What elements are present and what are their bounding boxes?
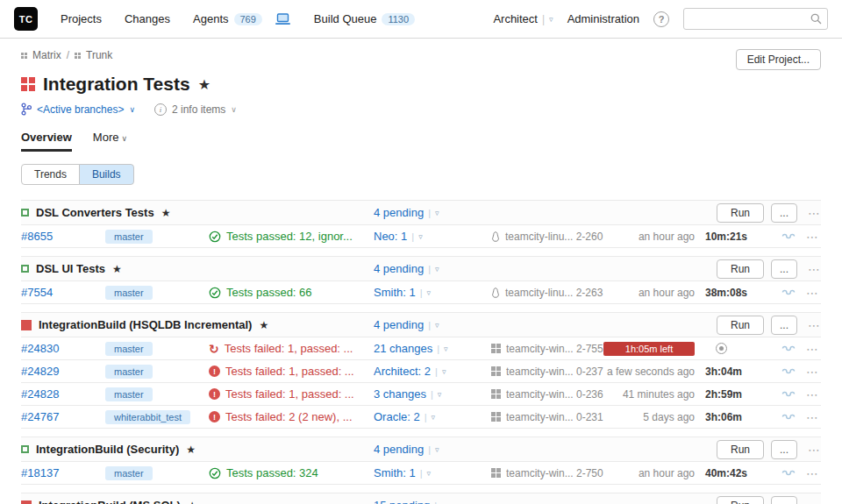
row-more-icon[interactable]: ⋯: [806, 387, 819, 401]
edit-project-button[interactable]: Edit Project...: [736, 49, 821, 70]
run-build-button[interactable]: Run: [717, 496, 764, 504]
branch-badge[interactable]: master: [105, 230, 153, 244]
user-menu[interactable]: Architect | ▿: [493, 12, 553, 25]
build-status-text[interactable]: Tests passed: 12, ignor...: [226, 230, 353, 243]
row-more-icon[interactable]: ⋯: [806, 286, 819, 300]
branch-badge[interactable]: master: [105, 365, 153, 379]
build-chain-icon[interactable]: [781, 366, 796, 376]
run-options-button[interactable]: ...: [771, 496, 797, 504]
agent-link[interactable]: teamcity-win... 2-755: [506, 343, 603, 355]
stop-build-icon[interactable]: [716, 343, 727, 354]
build-status-text[interactable]: Tests failed: 1, passed: ...: [225, 342, 353, 355]
favorite-star-icon[interactable]: ★: [198, 76, 210, 93]
build-number-link[interactable]: #7554: [21, 286, 53, 299]
row-more-icon[interactable]: ⋯: [806, 230, 819, 244]
toggle-builds[interactable]: Builds: [79, 164, 134, 185]
favorite-star-icon[interactable]: ★: [161, 207, 171, 219]
pending-changes-link[interactable]: 4 pending: [374, 318, 424, 331]
nav-build-queue[interactable]: Build Queue: [314, 12, 377, 25]
changes-dropdown-icon[interactable]: ▿: [418, 232, 423, 241]
nav-administration[interactable]: Administration: [567, 12, 639, 25]
build-chain-icon[interactable]: [781, 468, 796, 478]
changes-link[interactable]: 21 changes: [374, 342, 432, 355]
agent-link[interactable]: teamcity-win... 0-237: [506, 366, 603, 378]
pending-dropdown-icon[interactable]: ▿: [435, 209, 439, 217]
changes-link[interactable]: 3 changes: [374, 387, 426, 401]
changes-dropdown-icon[interactable]: ▿: [442, 367, 446, 376]
build-config-link[interactable]: IntegrationBuild (HSQLDB Incremental): [39, 318, 252, 331]
changes-dropdown-icon[interactable]: ▿: [427, 469, 432, 478]
agent-link[interactable]: teamcity-linu... 2-260: [505, 231, 603, 243]
toggle-trends[interactable]: Trends: [21, 164, 80, 185]
branch-filter[interactable]: <Active branches> ∨: [21, 103, 135, 116]
favorite-star-icon[interactable]: ★: [186, 444, 196, 456]
build-status-text[interactable]: Tests failed: 2 (2 new), ...: [225, 410, 353, 423]
pending-dropdown-icon[interactable]: ▿: [435, 321, 439, 330]
run-build-button[interactable]: Run: [717, 259, 764, 279]
build-chain-icon[interactable]: [781, 412, 796, 422]
user-menu-label[interactable]: Architect: [493, 12, 538, 25]
agent-link[interactable]: teamcity-win... 2-750: [506, 467, 603, 479]
run-options-button[interactable]: ...: [771, 203, 797, 223]
build-chain-icon[interactable]: [781, 231, 796, 241]
search-input[interactable]: [683, 8, 828, 30]
pending-dropdown-icon[interactable]: ▿: [435, 265, 439, 273]
config-more-icon[interactable]: ⋯: [808, 318, 821, 332]
breadcrumb-trunk[interactable]: Trunk: [86, 49, 112, 61]
changes-link[interactable]: Architect: 2: [374, 365, 431, 378]
changes-link[interactable]: Neo: 1: [374, 230, 407, 243]
run-options-button[interactable]: ...: [771, 259, 797, 279]
build-chain-icon[interactable]: [781, 287, 796, 297]
changes-dropdown-icon[interactable]: ▿: [438, 390, 442, 399]
active-branches-link[interactable]: <Active branches>: [37, 103, 124, 116]
pending-dropdown-icon[interactable]: ▿: [441, 501, 446, 504]
changes-link[interactable]: Smith: 1: [374, 466, 416, 479]
build-chain-icon[interactable]: [781, 344, 796, 353]
tab-more[interactable]: More∨: [93, 131, 127, 149]
nav-agents[interactable]: Agents: [193, 12, 228, 25]
build-config-link[interactable]: DSL Converters Tests: [36, 206, 154, 219]
branch-badge[interactable]: whiterabbit_test: [105, 410, 190, 424]
build-number-link[interactable]: #24830: [21, 342, 59, 355]
pending-changes-link[interactable]: 4 pending: [374, 206, 424, 219]
row-more-icon[interactable]: ⋯: [806, 410, 819, 424]
build-number-link[interactable]: #18137: [21, 466, 59, 479]
config-more-icon[interactable]: ⋯: [808, 499, 821, 504]
build-number-link[interactable]: #24829: [21, 365, 59, 378]
breadcrumb-matrix[interactable]: Matrix: [32, 49, 61, 61]
build-config-link[interactable]: IntegrationBuild (Security): [36, 443, 179, 456]
changes-link[interactable]: Oracle: 2: [374, 410, 420, 423]
agent-link[interactable]: teamcity-linu... 2-263: [505, 287, 603, 299]
run-build-button[interactable]: Run: [717, 440, 764, 459]
favorite-star-icon[interactable]: ★: [188, 500, 197, 504]
changes-dropdown-icon[interactable]: ▿: [444, 344, 448, 353]
pending-dropdown-icon[interactable]: ▿: [435, 445, 439, 454]
run-build-button[interactable]: Run: [717, 316, 764, 335]
agent-laptop-icon[interactable]: [275, 13, 291, 25]
branch-badge[interactable]: master: [105, 387, 153, 401]
agent-link[interactable]: teamcity-win... 0-231: [506, 411, 603, 423]
branch-badge[interactable]: master: [105, 342, 153, 356]
build-chain-icon[interactable]: [781, 389, 796, 399]
build-number-link[interactable]: #24828: [21, 387, 59, 401]
build-config-link[interactable]: DSL UI Tests: [36, 262, 105, 275]
nav-projects[interactable]: Projects: [61, 12, 102, 25]
build-number-link[interactable]: #8655: [21, 230, 53, 243]
config-more-icon[interactable]: ⋯: [808, 262, 821, 276]
build-status-text[interactable]: Tests failed: 1, passed: ...: [225, 365, 354, 378]
favorite-star-icon[interactable]: ★: [112, 263, 122, 275]
build-status-text[interactable]: Tests failed: 1, passed: ...: [225, 387, 354, 401]
branch-badge[interactable]: master: [105, 466, 153, 480]
pending-changes-link[interactable]: 4 pending: [374, 443, 424, 456]
tab-overview[interactable]: Overview: [21, 131, 72, 152]
build-number-link[interactable]: #24767: [21, 410, 59, 423]
agent-link[interactable]: teamcity-win... 0-236: [506, 388, 603, 401]
nav-changes[interactable]: Changes: [125, 12, 170, 25]
build-config-link[interactable]: IntegrationBuild (MS SQL): [39, 499, 181, 504]
row-more-icon[interactable]: ⋯: [806, 365, 819, 379]
user-menu-dropdown-icon[interactable]: ▿: [549, 15, 553, 24]
teamcity-logo[interactable]: TC: [14, 7, 38, 31]
pending-changes-link[interactable]: 4 pending: [374, 262, 424, 275]
row-more-icon[interactable]: ⋯: [806, 466, 819, 480]
pending-changes-link[interactable]: 15 pending: [374, 499, 430, 504]
